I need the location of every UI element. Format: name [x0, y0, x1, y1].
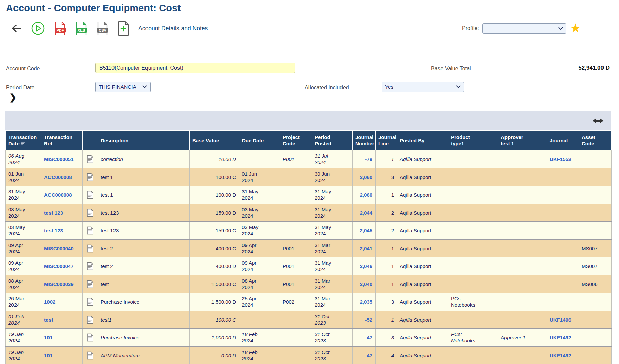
cell-transaction-ref: 101	[41, 347, 83, 364]
period-date-select-value: THIS FINANCIA	[99, 84, 136, 90]
document-icon[interactable]	[87, 280, 94, 288]
cell-transaction-date: 19 Jan 2024	[6, 329, 41, 347]
table-row: 09 Apr 2024 MISC000047 test 2 400.00 D 0…	[6, 257, 612, 275]
period-date-select[interactable]: THIS FINANCIA	[95, 82, 151, 92]
transaction-ref-link[interactable]: test	[44, 317, 53, 323]
col-header-product-type1[interactable]: Product type1	[448, 131, 498, 150]
cell-transaction-ref: 1002	[41, 293, 83, 311]
col-header-attachment[interactable]	[83, 131, 98, 150]
cell-base-value: 10.00 D	[190, 150, 239, 168]
add-note-button[interactable]	[118, 21, 129, 36]
journal-number-link[interactable]: 2,041	[360, 246, 372, 251]
col-header-journal-number[interactable]: Journal Number	[353, 131, 376, 150]
cell-product-type1	[448, 311, 498, 329]
document-icon[interactable]	[87, 262, 94, 270]
journal-number-link[interactable]: -47	[365, 353, 372, 358]
export-xls-button[interactable]: XLS	[75, 21, 88, 36]
col-header-project-code[interactable]: Project Code	[280, 131, 312, 150]
transaction-ref-link[interactable]: MISC000051	[44, 156, 74, 162]
transaction-ref-link[interactable]: ACC000008	[44, 174, 72, 180]
journal-link[interactable]: UKF1492	[550, 335, 571, 340]
cell-project-code	[280, 186, 312, 204]
cell-posted-by: Aqilla Support	[397, 186, 448, 204]
table-header-row: Transaction Date Transaction Ref Descrip…	[6, 131, 612, 150]
col-header-description[interactable]: Description	[98, 131, 190, 150]
cell-period-posted: 31 May 2024	[312, 257, 353, 275]
col-header-transaction-date[interactable]: Transaction Date	[6, 131, 41, 150]
col-header-asset-code[interactable]: Asset Code	[579, 131, 612, 150]
transaction-ref-link[interactable]: test 123	[44, 228, 63, 233]
journal-number-link[interactable]: 2,044	[360, 210, 372, 216]
table-row: 03 May 2024 test 123 test 123 159.00 C 0…	[6, 222, 612, 240]
svg-text:XLS: XLS	[78, 28, 85, 32]
col-header-due-date[interactable]: Due Date	[239, 131, 280, 150]
resize-columns-button[interactable]	[592, 118, 604, 125]
document-icon[interactable]	[87, 333, 94, 342]
journal-number-link[interactable]: -79	[365, 156, 372, 162]
cell-description: test 1	[98, 186, 190, 204]
document-icon[interactable]	[87, 155, 94, 163]
col-header-period-posted[interactable]: Period Posted	[312, 131, 353, 150]
profile-select[interactable]	[482, 23, 566, 34]
cell-transaction-date: 08 Apr 2024	[6, 275, 41, 293]
export-pdf-button[interactable]: PDF	[54, 21, 66, 36]
table-row: 08 Apr 2024 MISC000039 test 1,500.00 C 0…	[6, 275, 612, 293]
transaction-ref-link[interactable]: MISC000047	[44, 263, 74, 269]
cell-due-date	[239, 150, 280, 168]
base-value-total-label: Base Value Total	[431, 66, 471, 72]
document-icon[interactable]	[87, 226, 94, 235]
transaction-ref-link[interactable]: test 123	[44, 210, 63, 216]
journal-number-link[interactable]: 2,035	[360, 299, 372, 305]
export-csv-button[interactable]: CSV	[96, 21, 109, 36]
journal-number-link[interactable]: 2,040	[360, 281, 372, 287]
journal-link[interactable]: UKF1496	[550, 317, 571, 323]
expand-filters-chevron[interactable]: ❯	[9, 92, 20, 103]
document-icon[interactable]	[87, 173, 94, 181]
journal-link[interactable]: UKF1492	[550, 353, 571, 358]
cell-journal-number: -79	[353, 150, 376, 168]
journal-number-link[interactable]: 2,060	[360, 192, 372, 198]
account-details-notes-link[interactable]: Account Details and Notes	[138, 25, 208, 32]
run-button[interactable]	[31, 21, 45, 35]
document-icon[interactable]	[87, 209, 94, 217]
document-icon[interactable]	[87, 298, 94, 306]
transaction-ref-link[interactable]: MISC000040	[44, 246, 74, 251]
cell-due-date: 09 Apr 2024	[239, 240, 280, 257]
journal-number-link[interactable]: 2,060	[360, 174, 372, 180]
cell-product-type1	[448, 347, 498, 364]
cell-project-code: P001	[280, 275, 312, 293]
journal-number-link[interactable]: 2,045	[360, 228, 372, 233]
transaction-ref-link[interactable]: 101	[44, 335, 53, 340]
journal-number-link[interactable]: -47	[365, 335, 372, 340]
cell-project-code: P001	[280, 257, 312, 275]
account-code-input[interactable]: B5110(Computer Equipment: Cost)	[95, 63, 295, 73]
transaction-ref-link[interactable]: ACC000008	[44, 192, 72, 198]
cell-transaction-ref: MISC000051	[41, 150, 83, 168]
back-button[interactable]	[10, 22, 22, 34]
document-icon[interactable]	[87, 244, 94, 253]
cell-posted-by: Aqilla Support	[397, 240, 448, 257]
transaction-ref-link[interactable]: MISC000039	[44, 281, 74, 287]
col-header-base-value[interactable]: Base Value	[190, 131, 239, 150]
journal-link[interactable]: UKF1552	[550, 156, 571, 162]
col-header-posted-by[interactable]: Posted By	[397, 131, 448, 150]
favorite-star-icon[interactable]: ★	[570, 23, 581, 34]
document-icon[interactable]	[87, 316, 94, 324]
document-icon[interactable]	[87, 351, 94, 360]
journal-number-link[interactable]: 2,046	[360, 263, 372, 269]
cell-posted-by: Aqilla Support	[397, 204, 448, 222]
col-header-approver-test-1[interactable]: Approver test 1	[498, 131, 547, 150]
allocated-included-select[interactable]: Yes	[382, 82, 464, 92]
cell-posted-by: Aqilla Support	[397, 257, 448, 275]
transaction-ref-link[interactable]: 1002	[44, 299, 55, 305]
document-icon[interactable]	[87, 191, 94, 199]
cell-due-date: 31 May 2024	[239, 186, 280, 204]
col-header-journal[interactable]: Journal	[547, 131, 579, 150]
col-header-transaction-ref[interactable]: Transaction Ref	[41, 131, 83, 150]
col-header-journal-line[interactable]: Journal Line	[376, 131, 397, 150]
transaction-ref-link[interactable]: 101	[44, 353, 53, 358]
journal-number-link[interactable]: -52	[365, 317, 372, 323]
cell-description: test 2	[98, 257, 190, 275]
cell-attachment	[83, 204, 98, 222]
cell-journal-number: 2,035	[353, 293, 376, 311]
